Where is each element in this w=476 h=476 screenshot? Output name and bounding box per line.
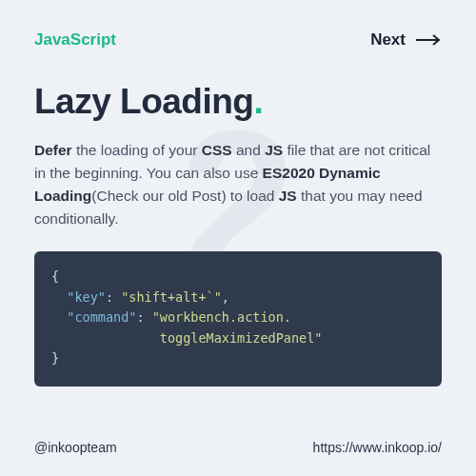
code-colon: : xyxy=(136,309,151,325)
code-colon: : xyxy=(106,289,121,305)
description: Defer the loading of your CSS and JS fil… xyxy=(34,139,442,230)
desc-bold: Defer xyxy=(34,142,72,158)
page-title-row: Lazy Loading. xyxy=(34,82,442,122)
desc-bold: JS xyxy=(279,188,297,204)
code-brace: } xyxy=(51,350,59,366)
desc-text: and xyxy=(232,142,265,158)
next-label: Next xyxy=(370,30,406,50)
desc-bold: JS xyxy=(265,142,283,158)
code-brace: { xyxy=(51,268,59,284)
desc-text: the loading of your xyxy=(72,142,202,158)
code-string: "workbench.action. xyxy=(152,309,291,325)
header: JavaScript Next xyxy=(34,30,442,50)
title-accent-dot: . xyxy=(253,82,263,121)
desc-bold: CSS xyxy=(202,142,232,158)
code-comma: , xyxy=(222,289,229,305)
footer: @inkoopteam https://www.inkoop.io/ xyxy=(34,440,442,455)
social-handle: @inkoopteam xyxy=(34,440,117,455)
page-title: Lazy Loading xyxy=(34,82,253,121)
next-link[interactable]: Next xyxy=(370,30,442,50)
desc-text: (Check our old Post) to load xyxy=(91,188,278,204)
code-key: "command" xyxy=(67,309,136,325)
code-key: "key" xyxy=(67,289,106,305)
code-block: { "key": "shift+alt+`", "command": "work… xyxy=(34,251,442,387)
site-url: https://www.inkoop.io/ xyxy=(313,440,442,455)
arrow-right-icon xyxy=(415,33,442,47)
brand-label: JavaScript xyxy=(34,30,116,50)
code-string: toggleMaximizedPanel" xyxy=(160,330,323,346)
code-string: "shift+alt+`" xyxy=(121,289,222,305)
